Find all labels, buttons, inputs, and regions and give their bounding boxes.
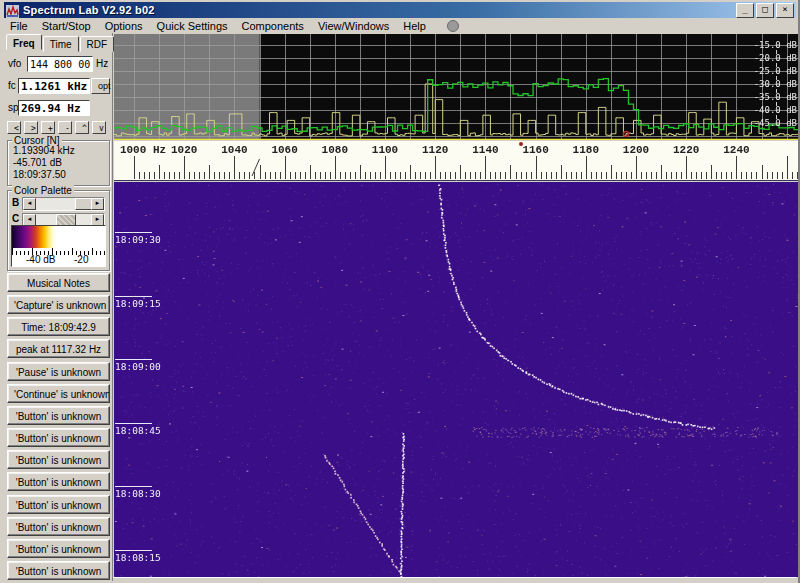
app-icon (6, 4, 19, 17)
waterfall-time-label: 18:08:45 (115, 423, 161, 436)
menu-bar: FileStart/StopOptionsQuick SettingsCompo… (4, 19, 796, 33)
vfo-unit-label: Hz (96, 58, 108, 69)
menu-options[interactable]: Options (98, 20, 150, 32)
color-palette-title: Color Palette (12, 185, 74, 196)
cursor-level: -45.701 dB (13, 157, 109, 168)
scroll-left-icon[interactable]: ◄ (23, 198, 36, 210)
fc-opt-button[interactable]: opt (91, 78, 110, 94)
menu-quick-settings[interactable]: Quick Settings (150, 20, 235, 32)
tab-time[interactable]: Time (43, 36, 79, 52)
freq-tick-label: 1060 (271, 144, 297, 156)
palette-preview: -40 dB -20 (11, 225, 106, 267)
musical-notes-button[interactable]: Musical Notes (7, 273, 110, 292)
status-led-icon (447, 20, 459, 32)
peak-at-1117-32-hz-button[interactable]: peak at 1117.32 Hz (7, 339, 110, 358)
time-text: 18:09:00 (115, 361, 161, 372)
tune-down-button[interactable]: v (92, 121, 106, 134)
time-tick-icon (115, 486, 152, 487)
vfo-input[interactable] (27, 56, 93, 72)
freq-tick-label: 1140 (472, 144, 498, 156)
button-unknown-4[interactable]: 'Button' is unknown (7, 472, 110, 491)
menu-file[interactable]: File (4, 20, 35, 32)
button-unknown-1[interactable]: 'Button' is unknown (7, 406, 110, 425)
waterfall-time-label: 18:09:30 (115, 232, 161, 245)
freq-tick-label: 1000 Hz (120, 144, 166, 156)
minimize-button[interactable]: _ (736, 3, 754, 18)
palette-scale-left: -40 dB (26, 254, 55, 265)
spectrum-plot-canvas[interactable] (114, 34, 799, 140)
db-tick-label: -25.0 dB (739, 66, 797, 76)
button-unknown-6[interactable]: 'Button' is unknown (7, 517, 110, 536)
menu-start-stop[interactable]: Start/Stop (35, 20, 98, 32)
vfo-label: vfo (8, 58, 21, 69)
time-tick-icon (115, 296, 152, 297)
menu-help[interactable]: Help (396, 20, 433, 32)
button-unknown-5[interactable]: 'Button' is unknown (7, 495, 110, 514)
db-tick-label: -45.0 dB (739, 118, 797, 128)
maximize-button[interactable]: □ (756, 3, 774, 18)
button-unknown-7[interactable]: 'Button' is unknown (7, 539, 110, 558)
freq-tick-label: 1180 (573, 144, 599, 156)
tune-plus-button[interactable]: + (41, 121, 55, 134)
button-unknown-3[interactable]: 'Button' is unknown (7, 450, 110, 469)
brightness-row: B ◄ ► (10, 197, 107, 210)
time-tick-icon (115, 423, 152, 424)
fc-input[interactable] (18, 78, 90, 94)
tab-freq[interactable]: Freq (6, 34, 42, 50)
db-tick-label: -30.0 dB (739, 79, 797, 89)
tune-minus-button[interactable]: - (58, 121, 72, 134)
capture-is-unknown-button[interactable]: 'Capture' is unknown (7, 295, 110, 314)
time-tick-icon (115, 232, 152, 233)
freq-tick-label: 1160 (522, 144, 548, 156)
freq-tick-label: 1240 (723, 144, 749, 156)
tuning-buttons: <>+-^v (4, 121, 112, 134)
db-tick-label: -40.0 dB (739, 105, 797, 115)
palette-scale-right: -20 (74, 254, 88, 265)
tune-left-button[interactable]: < (7, 121, 21, 134)
menu-view-windows[interactable]: View/Windows (311, 20, 396, 32)
left-panel: FreqTimeRDF vfo Hz fc opt sp <>+-^v Curs… (4, 33, 113, 581)
tune-right-button[interactable]: > (24, 121, 38, 134)
time-tick-icon (115, 550, 152, 551)
waterfall-time-label: 18:08:15 (115, 550, 161, 563)
cursor-time: 18:09:37.50 (13, 169, 109, 180)
menu-components[interactable]: Components (235, 20, 311, 32)
close-button[interactable]: × (776, 3, 794, 18)
button-unknown-2[interactable]: 'Button' is unknown (7, 428, 110, 447)
continue-is-unknown-button[interactable]: 'Continue' is unknown (7, 384, 110, 403)
palette-gradient (12, 226, 105, 248)
tune-up-button[interactable]: ^ (75, 121, 89, 134)
freq-tick-label: 1040 (221, 144, 247, 156)
waterfall-canvas[interactable] (114, 182, 799, 577)
waterfall-time-label: 18:08:30 (115, 486, 161, 499)
time-text: 18:09:30 (115, 234, 161, 245)
vfo-row: vfo Hz (4, 55, 112, 73)
tab-rdf[interactable]: RDF (80, 36, 115, 52)
db-tick-label: -35.0 dB (739, 92, 797, 102)
freq-tick-label: 1080 (322, 144, 348, 156)
color-palette-panel: Color Palette B ◄ ► C ◄ ► (7, 190, 110, 271)
db-tick-label: -15.0 dB (739, 40, 797, 50)
contrast-label: C (12, 213, 19, 224)
cursor-frequency: 1.193904 kHz (13, 145, 109, 156)
app-window: Spectrum Lab V2.92 b02 _ □ × FileStart/S… (0, 0, 800, 583)
scroll-right-icon[interactable]: ► (91, 198, 104, 210)
tab-strip: FreqTimeRDF (6, 34, 115, 50)
fc-label: fc (8, 80, 16, 91)
time-text: 18:08:45 (115, 425, 161, 436)
time-tick-icon (115, 359, 152, 360)
title-bar[interactable]: Spectrum Lab V2.92 b02 _ □ × (4, 2, 796, 18)
freq-tick-label: 1200 (623, 144, 649, 156)
brightness-scrollbar[interactable]: ◄ ► (22, 197, 105, 211)
sp-input[interactable] (18, 100, 90, 116)
pause-is-unknown-button[interactable]: 'Pause' is unknown (7, 362, 110, 381)
time-18-09-42-9-button[interactable]: Time: 18:09:42.9 (7, 317, 110, 336)
db-tick-label: -20.0 dB (739, 53, 797, 63)
freq-tick-label: 1220 (673, 144, 699, 156)
bottom-window-edge (113, 577, 796, 582)
waterfall-time-label: 18:09:15 (115, 296, 161, 309)
button-unknown-8[interactable]: 'Button' is unknown (7, 561, 110, 580)
window-title: Spectrum Lab V2.92 b02 (23, 4, 736, 16)
brightness-label: B (12, 197, 19, 208)
cursor-panel-title: Cursor [N] (12, 135, 62, 146)
